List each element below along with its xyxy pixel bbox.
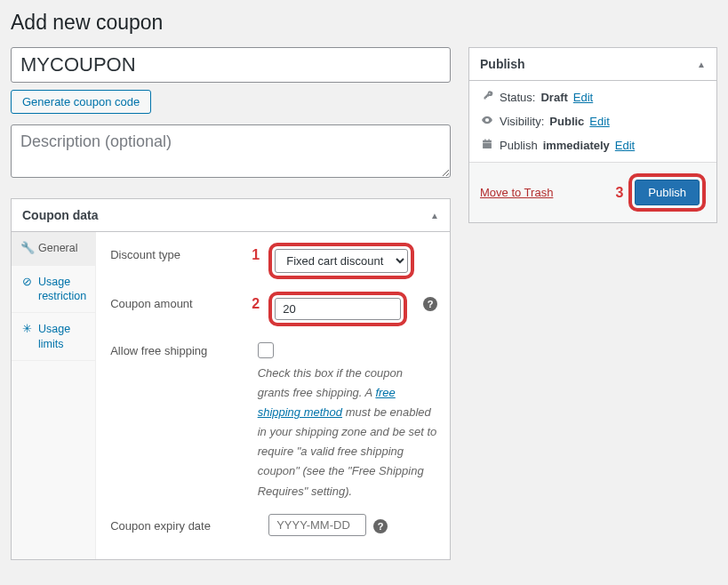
discount-type-label: Discount type <box>110 243 235 261</box>
help-icon[interactable]: ? <box>423 297 437 311</box>
status-edit-link[interactable]: Edit <box>573 91 593 104</box>
visibility-label: Visibility: <box>500 115 544 128</box>
tab-general[interactable]: 🔧 General <box>12 232 95 266</box>
annotation-marker-3: 3 <box>615 185 623 201</box>
page-title: Add new coupon <box>11 11 717 35</box>
move-to-trash-link[interactable]: Move to Trash <box>480 186 553 199</box>
ban-icon: ⊘ <box>20 275 33 290</box>
annotation-highlight-3: Publish <box>628 173 706 212</box>
coupon-code-input[interactable] <box>11 47 451 83</box>
help-icon[interactable]: ? <box>373 519 388 533</box>
annotation-highlight-2 <box>268 292 407 326</box>
coupon-amount-label: Coupon amount <box>110 292 235 310</box>
limits-icon: ✳ <box>20 322 33 337</box>
free-shipping-hint: Check this box if the coupon grants free… <box>258 364 438 501</box>
eye-icon <box>480 114 494 129</box>
schedule-value: immediately <box>543 139 610 152</box>
tab-usage-restriction[interactable]: ⊘ Usage restriction <box>12 266 95 314</box>
publish-button[interactable]: Publish <box>635 180 700 205</box>
status-label: Status: <box>500 91 535 104</box>
schedule-label: Publish <box>500 139 538 152</box>
expiry-date-label: Coupon expiry date <box>110 514 235 533</box>
visibility-edit-link[interactable]: Edit <box>589 115 609 128</box>
free-shipping-label: Allow free shipping <box>110 339 225 357</box>
tab-general-label: General <box>38 241 77 255</box>
coupon-data-tabs: 🔧 General ⊘ Usage restriction ✳ Usage li… <box>12 232 96 559</box>
publish-panel-header[interactable]: Publish ▲ <box>469 48 716 81</box>
tab-content-general: Discount type 1 Fixed cart discount Coup… <box>96 232 452 559</box>
key-icon <box>480 90 494 105</box>
tab-usage-limits[interactable]: ✳ Usage limits <box>12 313 95 361</box>
coupon-data-panel-title: Coupon data <box>22 208 99 222</box>
coupon-data-panel: Coupon data ▲ 🔧 General ⊘ Usage restrict… <box>11 198 451 560</box>
free-shipping-checkbox[interactable] <box>258 342 274 358</box>
collapse-icon[interactable]: ▲ <box>430 211 439 220</box>
calendar-icon <box>480 138 494 153</box>
publish-panel-title: Publish <box>480 57 525 71</box>
publish-panel: Publish ▲ Status: Draft Edit Visibility: <box>468 47 717 223</box>
discount-type-select[interactable]: Fixed cart discount <box>275 249 408 273</box>
annotation-marker-2: 2 <box>244 292 260 312</box>
annotation-highlight-1: Fixed cart discount <box>268 243 414 279</box>
wrench-icon: 🔧 <box>20 241 33 256</box>
tab-usage-restriction-label: Usage restriction <box>38 275 86 304</box>
annotation-marker-1: 1 <box>244 243 260 263</box>
generate-coupon-code-button[interactable]: Generate coupon code <box>11 90 151 114</box>
status-value: Draft <box>540 91 567 104</box>
description-textarea[interactable] <box>11 124 451 178</box>
schedule-edit-link[interactable]: Edit <box>615 139 635 152</box>
tab-usage-limits-label: Usage limits <box>38 322 86 351</box>
visibility-value: Public <box>549 115 584 128</box>
coupon-amount-input[interactable] <box>275 298 401 320</box>
coupon-data-panel-header[interactable]: Coupon data ▲ <box>12 199 450 232</box>
coupon-expiry-input[interactable] <box>268 514 366 536</box>
collapse-icon[interactable]: ▲ <box>697 60 706 69</box>
